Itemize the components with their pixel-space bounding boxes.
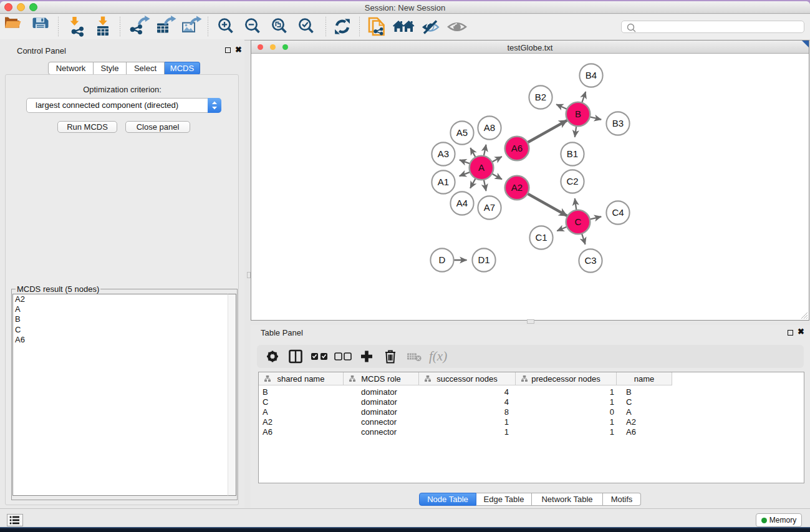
svg-text:A2: A2 — [511, 182, 523, 193]
svg-text:A7: A7 — [484, 202, 495, 213]
svg-text:B1: B1 — [567, 148, 578, 159]
svg-text:D1: D1 — [478, 254, 489, 265]
svg-text:C1: C1 — [535, 232, 547, 243]
svg-text:A1: A1 — [438, 177, 449, 187]
svg-text:A3: A3 — [438, 148, 449, 159]
svg-text:f(x): f(x) — [429, 349, 447, 364]
svg-text:A6: A6 — [511, 143, 523, 153]
svg-text:C2: C2 — [566, 176, 578, 186]
svg-text:B2: B2 — [535, 92, 546, 102]
svg-text:A5: A5 — [456, 127, 468, 138]
svg-text:A: A — [478, 162, 485, 173]
svg-text:C4: C4 — [612, 207, 624, 218]
svg-text:B: B — [575, 109, 581, 119]
svg-text:B3: B3 — [612, 118, 624, 128]
svg-text:A8: A8 — [484, 122, 495, 133]
svg-text:D: D — [439, 254, 446, 265]
svg-text:C3: C3 — [584, 255, 596, 266]
svg-text:B4: B4 — [586, 70, 597, 80]
svg-text:A4: A4 — [456, 198, 468, 208]
svg-text:C: C — [575, 216, 582, 227]
